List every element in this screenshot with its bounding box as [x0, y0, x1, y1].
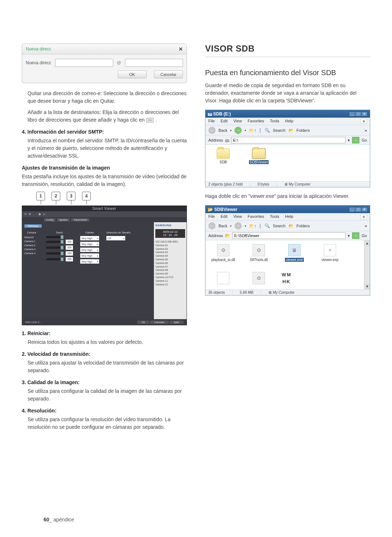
file-item[interactable]: [211, 272, 236, 286]
exp-icon: [324, 244, 336, 256]
new-address-dialog: Nueva direcc ✕ Nueva direcc @ OK Cancela…: [22, 44, 187, 83]
explorer-menu[interactable]: File Edit View Favorites Tools Help ⊞: [205, 213, 370, 221]
callout-3: 3: [67, 192, 75, 200]
para-transmission-settings: Esta pestaña incluye los ajustes de la t…: [22, 173, 187, 188]
address-input[interactable]: [231, 137, 346, 143]
scrollbar[interactable]: ▲ ▼: [364, 240, 370, 289]
file-viewer-exe[interactable]: viewer.exe: [282, 244, 307, 262]
brand-logo: SAMSUNG: [155, 224, 185, 227]
callout-4: 4: [82, 192, 91, 200]
smart-viewer-footer: SRD-1630 V... Ok Cancelar Aplic: [22, 319, 187, 325]
explorer-content[interactable]: playback_sr.dll SRTools.dll viewer.exe v…: [205, 240, 364, 289]
explorer-title: 📂 SDBViewer: [208, 207, 237, 212]
explorer-toolbar[interactable]: ← Back▾ →▾ 📁↑ │ 🔍Search 📂Folders »: [205, 125, 370, 136]
folders-icon: 📂: [289, 224, 294, 228]
file-srtools-dll[interactable]: SRTools.dll: [246, 244, 271, 262]
resolution-select[interactable]: CIF▾: [106, 236, 125, 240]
address-local-input[interactable]: [55, 59, 113, 67]
quality-select[interactable]: Very High▾: [80, 236, 99, 240]
file-item[interactable]: [246, 272, 271, 286]
subsection-title: Puesta en funcionamiento del Visor SDB: [205, 68, 370, 77]
callout-2: 2: [52, 192, 60, 200]
heading-transmission-settings: Ajustes de transmisión de la imagen: [22, 165, 187, 171]
forward-icon: →: [234, 222, 242, 229]
clock-panel: 2009-02-12 15 : 32 : 26: [155, 229, 185, 238]
item-4-heading: 4. Resolución:: [22, 408, 187, 414]
rate-slider[interactable]: [46, 258, 64, 260]
exe-icon: [288, 244, 301, 256]
item-4-body: Se utiliza para configurar la resolución…: [28, 416, 187, 431]
item-2-heading: 2. Velocidad de transmisión:: [22, 351, 187, 357]
folder-sdbviewer[interactable]: SDBViewer: [246, 149, 271, 164]
file-viewer-exp[interactable]: viewer.exp: [317, 244, 343, 262]
folders-icon: 📂: [289, 128, 294, 133]
explorer-title: 🖴 SDB (E:): [208, 111, 231, 117]
smart-viewer-title: Smart Viewer: [22, 206, 187, 211]
window-controls[interactable]: _□×: [349, 207, 368, 212]
ok-button[interactable]: OK: [118, 70, 147, 78]
page-footer: 60_ apéndice: [44, 517, 74, 522]
address-label: Address: [208, 138, 223, 142]
address-label: Address: [208, 233, 223, 238]
close-icon[interactable]: ✕: [179, 46, 183, 52]
folder-icon: [252, 149, 265, 159]
dll-icon: [253, 244, 265, 256]
sv-cancel-button[interactable]: Cancelar: [150, 321, 169, 324]
dll-icon: [253, 272, 265, 284]
drive-icon: 🖴: [225, 138, 229, 142]
quality-select[interactable]: Very High▾: [80, 248, 99, 252]
rate-slider[interactable]: [46, 236, 64, 238]
wmhk-label: WM HK: [282, 272, 291, 284]
item-3-body: Se utiliza para configurar la calidad de…: [28, 387, 187, 403]
quality-select[interactable]: Very High▾: [80, 259, 99, 264]
rate-slider[interactable]: [46, 247, 64, 249]
rate-slider[interactable]: [46, 241, 64, 243]
folder-icon: [217, 149, 230, 159]
status-bar: 2 objects (plus 2 hidd 0 bytes 🖥 My Comp…: [205, 181, 370, 187]
para-add-recipients: Añadir a la lista de destinatarios: Elij…: [28, 109, 187, 124]
explorer-toolbar[interactable]: ← Back▾ →▾ 📁↑ │ 🔍Search 📂Folders »: [205, 221, 370, 231]
address-input[interactable]: [232, 232, 346, 239]
append-icon[interactable]: >>: [146, 118, 154, 123]
item-1-body: Reinicia todos los ajustes a los valores…: [28, 338, 187, 346]
refresh-button[interactable]: Refresca: [24, 224, 42, 228]
address-domain-input[interactable]: [125, 59, 183, 67]
explorer-window-sdb: 🖴 SDB (E:) _□× File Edit View Favorites …: [205, 110, 370, 187]
up-icon: 📁↑: [249, 128, 256, 133]
at-symbol: @: [117, 60, 121, 65]
heading-smtp-info: 4. Información del servidor SMTP:: [22, 129, 187, 135]
callout-1: 1: [36, 192, 45, 200]
back-icon: ←: [208, 222, 216, 229]
explorer-content[interactable]: SDB SDBViewer: [205, 145, 370, 181]
windows-logo-icon: ⊞: [360, 119, 367, 124]
camera-tree[interactable]: 192.168.0.200:4001 Camera 01 Camera 02 C…: [155, 240, 185, 286]
window-controls[interactable]: _□×: [349, 111, 368, 117]
new-address-label: Nueva direcc: [26, 60, 52, 65]
back-icon: ←: [208, 127, 216, 134]
cancel-button[interactable]: Cancelar: [154, 70, 183, 78]
sv-ok-button[interactable]: Ok: [137, 321, 149, 324]
quality-select[interactable]: Very High▾: [80, 253, 99, 258]
para-run-viewer: Haga doble clic en "viewer.exe" para ini…: [205, 192, 370, 200]
quality-select[interactable]: Very High▾: [80, 242, 99, 246]
windows-logo-icon: ⊞: [360, 214, 367, 219]
folder-sdb[interactable]: SDB: [211, 149, 236, 164]
search-icon: 🔍: [265, 128, 270, 133]
search-icon: 🔍: [265, 223, 270, 228]
file-playback-dll[interactable]: playback_sr.dll: [211, 244, 236, 262]
section-title: VISOR SDB: [205, 44, 370, 57]
file-icon: [217, 272, 229, 284]
explorer-menu[interactable]: File Edit View Favorites Tools Help ⊞: [205, 118, 370, 125]
smart-viewer-window: Smart Viewer ⟲⚙🎥▣🏳 Config Ajustes Transm…: [22, 206, 187, 325]
para-remove-email: Quitar una dirección de correo-e: Selecc…: [28, 90, 187, 105]
status-bar: 35 objects 5.69 MB 🖥 My Computer: [205, 289, 370, 295]
sv-apply-button[interactable]: Aplic: [170, 321, 184, 324]
go-button[interactable]: →: [352, 137, 359, 143]
item-2-body: Se utiliza para ajustar la velocidad de …: [28, 359, 187, 374]
smart-viewer-tabs: Config Ajustes Transmisión: [22, 217, 187, 222]
folder-icon: 📂: [225, 233, 230, 238]
rate-slider[interactable]: [46, 252, 64, 255]
up-icon: 📁↑: [249, 224, 256, 228]
go-button[interactable]: →: [352, 232, 359, 239]
smart-viewer-toolbar: ⟲⚙🎥▣🏳: [22, 211, 187, 217]
